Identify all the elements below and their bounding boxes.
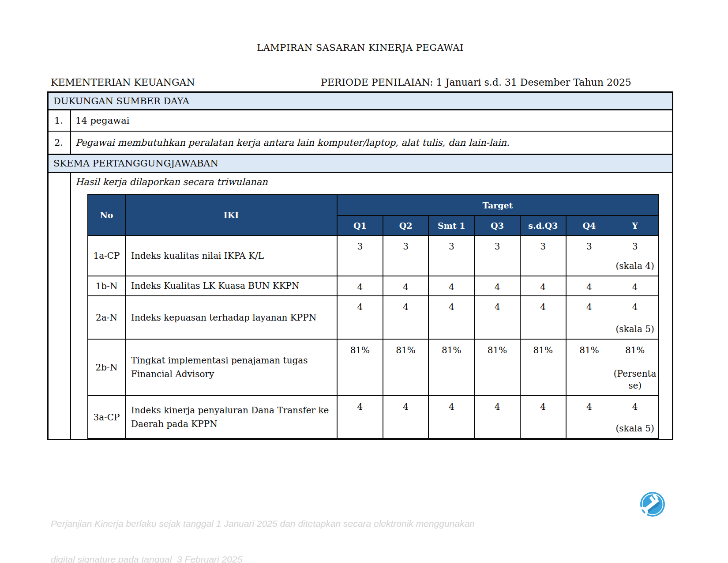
target-y: 3 (skala 4) (612, 236, 658, 276)
scheme-content-row: Hasil kerja dilaporkan secara triwulanan… (49, 173, 672, 440)
target-q4: 3 (567, 236, 612, 276)
scheme-content-cell: Hasil kerja dilaporkan secara triwulanan… (71, 173, 672, 440)
target-y-value: 81% (625, 345, 645, 355)
row-iki: Indeks kualitas nilai IKPA K/L (126, 236, 338, 276)
target-q3: 3 (475, 236, 521, 276)
resource-row-1-text: 14 pegawai (71, 110, 672, 131)
target-q3: 81% (475, 340, 521, 396)
iki-target-table: No IKI Target Q1 Q2 Smt 1 Q3 s.d.Q3 Q4 Y… (87, 194, 659, 440)
row-iki: Tingkat implementasi penajaman tugas Fin… (126, 340, 338, 396)
target-q1: 3 (338, 236, 383, 276)
row-code: 2a-N (88, 296, 126, 340)
resource-row-1: 1. 14 pegawai (49, 110, 672, 132)
page-title: LAMPIRAN SASARAN KINERJA PEGAWAI (47, 42, 673, 53)
target-y: 81% (Persentase) (612, 340, 658, 396)
target-q1: 4 (338, 296, 383, 340)
digital-signature-key-logo (634, 487, 670, 522)
target-y: 4 (612, 276, 658, 296)
row-code: 1b-N (88, 276, 126, 296)
row-code: 2b-N (88, 340, 126, 396)
row-code: 3a-CP (88, 396, 126, 439)
target-sdq3: 81% (521, 340, 567, 396)
target-q3: 4 (475, 276, 521, 296)
section-header-scheme: SKEMA PERTANGGUNGJAWABAN (49, 154, 672, 173)
row-code: 1a-CP (88, 236, 126, 276)
resource-row-2: 2. Pegawai membutuhkan peralatan kerja a… (49, 132, 672, 154)
target-q1: 4 (338, 276, 383, 296)
col-header-target: Target (338, 195, 658, 216)
resource-row-1-number: 1. (49, 110, 71, 131)
target-smt1: 4 (429, 276, 475, 296)
target-sdq3: 3 (521, 236, 567, 276)
target-y-unit: (skala 4) (615, 260, 654, 272)
section-header-scheme-label: SKEMA PERTANGGUNGJAWABAN (53, 158, 218, 169)
target-q4: 4 (567, 276, 612, 296)
reporting-note: Hasil kerja dilaporkan secara triwulanan (75, 177, 672, 187)
target-y-unit: (Persentase) (613, 368, 657, 392)
col-header-no: No (88, 195, 126, 236)
target-smt1: 3 (429, 236, 475, 276)
target-y-unit: (skala 5) (615, 323, 654, 335)
target-smt1: 4 (429, 296, 475, 340)
target-sdq3: 4 (521, 396, 567, 439)
target-q4: 81% (567, 340, 612, 396)
section-header-resources: DUKUNGAN SUMBER DAYA (49, 93, 672, 110)
resource-row-2-text: Pegawai membutuhkan peralatan kerja anta… (71, 132, 672, 154)
document-table: DUKUNGAN SUMBER DAYA 1. 14 pegawai 2. Pe… (47, 91, 673, 440)
target-q3: 4 (475, 396, 521, 439)
row-iki: Indeks kepuasan terhadap layanan KPPN (126, 296, 338, 340)
target-y-value: 4 (632, 282, 638, 292)
col-header-y: Y (612, 216, 658, 236)
key-circle-icon (634, 487, 670, 522)
target-q3: 4 (475, 296, 521, 340)
target-q1: 81% (338, 340, 383, 396)
target-q2: 4 (383, 396, 429, 439)
col-header-iki: IKI (126, 195, 338, 236)
col-header-smt1: Smt 1 (429, 216, 475, 236)
target-y: 4 (skala 5) (612, 296, 658, 340)
document-page: { "page": { "title": "LAMPIRAN SASARAN K… (0, 0, 728, 563)
section-header-resources-label: DUKUNGAN SUMBER DAYA (53, 96, 189, 106)
target-q4: 4 (567, 396, 612, 439)
validity-note-line2: digital signature pada tanggal 3 Februar… (51, 553, 475, 563)
validity-note: Perjanjian Kinerja berlaku sejak tanggal… (51, 494, 475, 563)
col-header-q2: Q2 (383, 216, 429, 236)
target-y-value: 3 (632, 241, 638, 252)
row-iki: Indeks Kualitas LK Kuasa BUN KKPN (126, 276, 338, 296)
target-q4: 4 (567, 296, 612, 340)
target-q2: 81% (383, 340, 429, 396)
col-header-sdq3: s.d.Q3 (521, 216, 567, 236)
col-header-q3: Q3 (475, 216, 521, 236)
target-q1: 4 (338, 396, 383, 439)
target-smt1: 81% (429, 340, 475, 396)
col-header-q1: Q1 (338, 216, 383, 236)
target-q2: 3 (383, 236, 429, 276)
ministry-label: KEMENTERIAN KEUANGAN (51, 77, 195, 88)
target-y-unit: (skala 5) (615, 423, 654, 435)
target-y-value: 4 (632, 401, 638, 412)
target-smt1: 4 (429, 396, 475, 439)
col-header-q4: Q4 (567, 216, 612, 236)
resource-row-2-number: 2. (49, 132, 71, 154)
target-y: 4 (skala 5) (612, 396, 658, 439)
target-q2: 4 (383, 296, 429, 340)
validity-note-line1: Perjanjian Kinerja berlaku sejak tanggal… (51, 518, 475, 529)
row-iki: Indeks kinerja penyaluran Dana Transfer … (126, 396, 338, 439)
target-y-value: 4 (632, 302, 638, 312)
scheme-number-cell (49, 173, 71, 440)
target-q2: 4 (383, 276, 429, 296)
target-sdq3: 4 (521, 276, 567, 296)
assessment-period-label: PERIODE PENILAIAN: 1 Januari s.d. 31 Des… (321, 77, 631, 88)
target-sdq3: 4 (521, 296, 567, 340)
